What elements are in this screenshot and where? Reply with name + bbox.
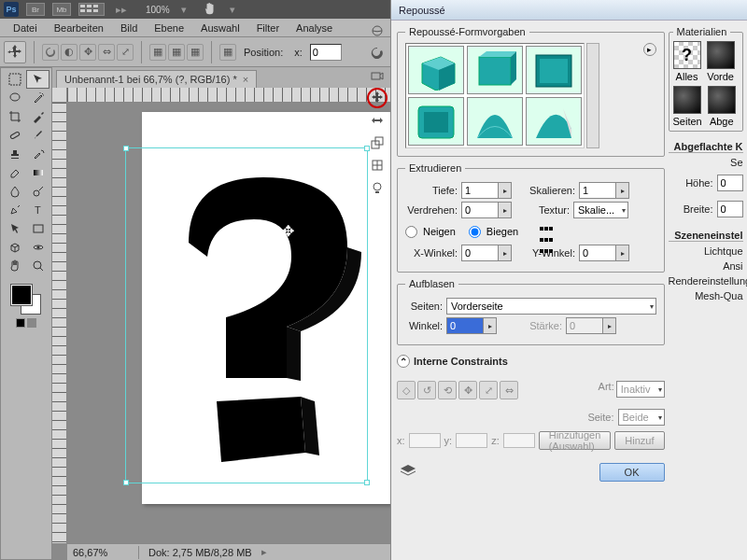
material-front-swatch[interactable] bbox=[707, 41, 735, 69]
chevron-down-icon[interactable]: ▾ bbox=[230, 4, 235, 16]
home-tool[interactable] bbox=[367, 21, 388, 41]
3d-question-mark-shape[interactable] bbox=[142, 168, 366, 476]
sides-dropdown[interactable]: Vorderseite bbox=[446, 298, 656, 315]
3d-camera-tool[interactable] bbox=[26, 238, 49, 257]
ok-button[interactable]: OK bbox=[599, 463, 665, 482]
zoom-tool[interactable] bbox=[26, 257, 49, 275]
foreground-color-swatch[interactable] bbox=[11, 285, 32, 305]
launcher-button[interactable] bbox=[78, 3, 105, 16]
presets-scrollbar[interactable] bbox=[586, 43, 599, 148]
menu-analyse[interactable]: Analyse bbox=[289, 21, 340, 35]
pan-camera-tool[interactable] bbox=[367, 65, 388, 86]
menu-ebene[interactable]: Ebene bbox=[147, 21, 191, 35]
width-input[interactable] bbox=[717, 201, 743, 217]
constraints-header[interactable]: ⌃ Interne Constraints bbox=[397, 355, 665, 368]
effects-btn[interactable]: ▦ bbox=[219, 44, 236, 61]
tilt-radio[interactable]: Neigen bbox=[405, 226, 456, 238]
x-position-input[interactable] bbox=[310, 44, 342, 61]
bbox-handle[interactable] bbox=[364, 480, 370, 485]
tool-preset-picker[interactable] bbox=[4, 41, 26, 63]
preset-thumb[interactable] bbox=[408, 46, 464, 94]
crop-tool[interactable] bbox=[3, 107, 26, 126]
hand-tool[interactable] bbox=[3, 257, 26, 275]
menu-bild[interactable]: Bild bbox=[113, 21, 145, 35]
rotate-tool[interactable] bbox=[367, 43, 388, 63]
preset-thumb[interactable] bbox=[467, 46, 523, 94]
zoom-indicator[interactable]: 100% bbox=[146, 5, 170, 15]
xangle-input[interactable] bbox=[461, 245, 499, 261]
constraint-btn[interactable]: ↺ bbox=[417, 381, 436, 399]
zoom-level-field[interactable]: 66,67% bbox=[73, 547, 129, 558]
menu-datei[interactable]: Datei bbox=[6, 21, 45, 35]
preset-thumb[interactable] bbox=[467, 97, 523, 146]
menu-auswahl[interactable]: Auswahl bbox=[193, 21, 247, 35]
healing-tool[interactable] bbox=[3, 126, 26, 145]
dialog-titlebar[interactable]: Repoussé bbox=[391, 0, 747, 21]
mesh-pan-tool[interactable] bbox=[367, 88, 388, 108]
material-back-swatch[interactable] bbox=[708, 86, 736, 114]
axis2-btn[interactable]: ▦ bbox=[168, 44, 185, 61]
eraser-tool[interactable] bbox=[3, 163, 26, 182]
axis3-btn[interactable]: ▦ bbox=[187, 44, 204, 61]
rotate-btn[interactable] bbox=[42, 44, 59, 61]
marquee-tool[interactable] bbox=[3, 70, 26, 89]
mesh-settings-tool[interactable] bbox=[367, 155, 388, 175]
spinner-button[interactable]: ▸ bbox=[484, 317, 497, 334]
quick-mask-icon[interactable] bbox=[16, 318, 25, 328]
chevron-right-icon[interactable]: ▸ bbox=[261, 546, 267, 558]
brush-tool[interactable] bbox=[26, 126, 49, 145]
constraint-btn[interactable]: ⟲ bbox=[438, 381, 457, 399]
blur-tool[interactable] bbox=[3, 182, 26, 201]
spinner-button[interactable]: ▸ bbox=[499, 202, 512, 218]
spinner-button[interactable]: ▸ bbox=[616, 245, 629, 261]
constraint-btn[interactable]: ◇ bbox=[397, 381, 416, 399]
preset-thumb[interactable] bbox=[526, 46, 582, 94]
hand-icon[interactable] bbox=[204, 2, 218, 17]
stamp-tool[interactable] bbox=[3, 145, 26, 163]
scale-input[interactable] bbox=[579, 182, 616, 199]
history-brush-tool[interactable] bbox=[26, 145, 49, 163]
layers-icon[interactable] bbox=[397, 461, 419, 476]
constraint-btn[interactable]: ⤢ bbox=[479, 381, 498, 399]
minibrowser-button[interactable]: Mb bbox=[52, 3, 71, 16]
bend-radio[interactable]: Biegen bbox=[469, 226, 518, 238]
move-tool[interactable] bbox=[26, 70, 49, 89]
menu-filter[interactable]: Filter bbox=[249, 21, 287, 35]
document-size-info[interactable]: Dok: 2,75 MB/8,28 MB bbox=[148, 547, 252, 558]
eyedropper-tool[interactable] bbox=[26, 107, 49, 126]
spinner-button[interactable]: ▸ bbox=[616, 182, 629, 199]
type-tool[interactable]: T bbox=[26, 201, 49, 219]
mesh-slide-tool[interactable] bbox=[367, 110, 388, 131]
dodge-tool[interactable] bbox=[26, 182, 49, 201]
bend-grid-icon[interactable] bbox=[539, 221, 559, 242]
axis1-btn[interactable]: ▦ bbox=[149, 44, 166, 61]
mesh-scale-tool[interactable] bbox=[367, 133, 388, 153]
chevron-down-icon[interactable]: ▾ bbox=[181, 4, 187, 16]
shape-tool[interactable] bbox=[26, 219, 49, 238]
gradient-tool[interactable] bbox=[26, 163, 49, 182]
yangle-input[interactable] bbox=[579, 245, 616, 261]
collapse-toggle-icon[interactable]: ⌃ bbox=[397, 355, 410, 368]
slide-btn[interactable]: ⇔ bbox=[98, 44, 115, 61]
pan-btn[interactable]: ✥ bbox=[79, 44, 96, 61]
roll-btn[interactable]: ◐ bbox=[61, 44, 78, 61]
close-icon[interactable]: × bbox=[243, 74, 248, 85]
screen-mode-icon[interactable] bbox=[27, 318, 36, 328]
mesh-light-tool[interactable] bbox=[367, 177, 388, 198]
path-select-tool[interactable] bbox=[3, 219, 26, 238]
bridge-button[interactable]: Br bbox=[26, 3, 45, 16]
twist-input[interactable] bbox=[461, 202, 499, 218]
scale-btn[interactable]: ⤢ bbox=[117, 44, 134, 61]
vertical-ruler[interactable] bbox=[52, 103, 67, 543]
pen-tool[interactable] bbox=[3, 201, 26, 219]
constraint-btn[interactable]: ⇔ bbox=[500, 381, 518, 399]
menu-bearbeiten[interactable]: Bearbeiten bbox=[47, 21, 111, 35]
bbox-handle[interactable] bbox=[123, 480, 129, 485]
angle-input[interactable] bbox=[446, 317, 484, 334]
material-all-swatch[interactable]: ? bbox=[673, 41, 701, 69]
bbox-handle[interactable] bbox=[123, 146, 129, 151]
constraint-btn[interactable]: ✥ bbox=[458, 381, 477, 399]
height-input[interactable] bbox=[717, 175, 743, 191]
preset-thumb[interactable] bbox=[408, 97, 464, 146]
material-sides-swatch[interactable] bbox=[673, 86, 701, 114]
